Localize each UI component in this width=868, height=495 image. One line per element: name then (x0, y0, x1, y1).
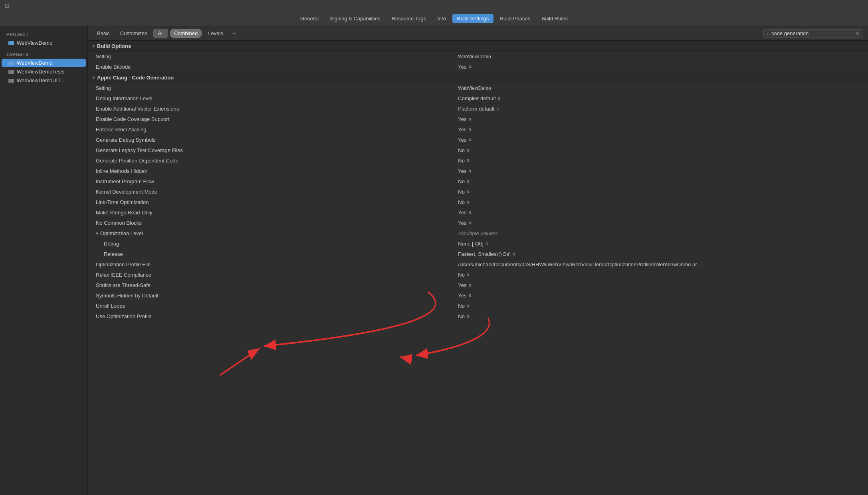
nav-item-build-rules[interactable]: Build Rules (537, 14, 573, 23)
value-stepper[interactable]: ⇅ (468, 138, 472, 142)
value-stepper[interactable]: ⇅ (485, 242, 488, 246)
setting-name: Enable Bitcode (88, 62, 439, 72)
sidebar-target-label-1: WebViewDemoTests (17, 69, 64, 75)
setting-name: Make Strings Read-Only (88, 208, 439, 218)
value-stepper[interactable]: ⇅ (468, 221, 472, 225)
setting-name: No Common Blocks (88, 218, 439, 228)
svg-rect-1 (8, 41, 11, 42)
svg-rect-3 (8, 61, 11, 62)
nav-item-build-phases[interactable]: Build Phases (495, 14, 535, 23)
add-filter-button[interactable]: + (229, 29, 239, 38)
value-stepper[interactable]: ⇅ (468, 65, 472, 69)
all-button[interactable]: All (153, 29, 168, 38)
value-stepper[interactable]: ⇅ (466, 315, 470, 319)
table-row[interactable]: Generate Debug SymbolsYes⇅ (88, 135, 868, 145)
value-stepper[interactable]: ⇅ (512, 252, 515, 256)
table-row[interactable]: Relax IEEE ComplianceNo⇅ (88, 270, 868, 280)
value-stepper[interactable]: ⇅ (466, 304, 470, 308)
table-row[interactable]: Generate Legacy Test Coverage FilesNo⇅ (88, 145, 868, 156)
search-input[interactable] (771, 30, 853, 36)
setting-value: /Users/michael/Documents/iOS/HHWKWebView… (453, 259, 868, 270)
setting-name: Generate Position-Dependent Code (88, 156, 439, 166)
table-row[interactable]: Optimization Profile File/Users/michael/… (88, 259, 868, 270)
table-row[interactable]: Enforce Strict AliasingYes⇅ (88, 125, 868, 135)
value-stepper[interactable]: ⇅ (468, 117, 472, 121)
setting-name: ▾Optimization Level (88, 228, 439, 239)
table-row[interactable]: Symbols Hidden by DefaultYes⇅ (88, 291, 868, 301)
combined-button[interactable]: Combined (170, 29, 202, 38)
value-stepper[interactable]: ⇅ (496, 107, 499, 111)
table-row[interactable]: Instrument Program FlowNo⇅ (88, 176, 868, 187)
setting-name: Enable Additional Vector Extensions (88, 104, 439, 114)
search-clear-button[interactable]: ✕ (855, 30, 860, 37)
customized-button[interactable]: Customized (116, 29, 152, 38)
content: Basic Customized All Combined Levels + ⌕… (88, 26, 868, 495)
value-stepper[interactable]: ⇅ (466, 159, 470, 163)
table-row[interactable]: Enable BitcodeYes⇅ (88, 62, 868, 72)
apple-clang-header[interactable]: ▾ Apple Clang - Code Generation (88, 72, 868, 83)
table-row[interactable]: Kernel Development ModeNo⇅ (88, 187, 868, 197)
svg-rect-5 (8, 70, 11, 71)
setting-name: Generate Debug Symbols (88, 135, 439, 145)
sidebar-item-target-0[interactable]: WebViewDemo (2, 59, 86, 67)
apple-clang-chevron: ▾ (93, 75, 95, 80)
nav-item-general[interactable]: General (295, 14, 323, 23)
value-stepper[interactable]: ⇅ (466, 190, 470, 194)
table-row[interactable]: Debug Information LevelCompiler default⇅ (88, 93, 868, 104)
sidebar: PROJECT WebViewDemo TARGETS WebViewDemoW… (0, 26, 88, 495)
setting-name: Symbols Hidden by Default (88, 291, 439, 301)
table-row[interactable]: Enable Code Coverage SupportYes⇅ (88, 114, 868, 125)
value-stepper[interactable]: ⇅ (468, 211, 472, 215)
nav-item-info[interactable]: Info (432, 14, 451, 23)
value-stepper[interactable]: ⇅ (466, 148, 470, 152)
setting-value: Yes⇅ (453, 208, 868, 218)
basic-button[interactable]: Basic (93, 29, 114, 38)
setting-name: Optimization Profile File (88, 259, 439, 270)
setting-value: <Multiple values> (453, 228, 868, 239)
nav-item-build-settings[interactable]: Build Settings (452, 14, 494, 23)
setting-value: Yes⇅ (453, 166, 868, 176)
nav-item-signing---capabilities[interactable]: Signing & Capabilities (325, 14, 385, 23)
setting-name: Release (88, 249, 439, 259)
table-row[interactable]: Unroll LoopsNo⇅ (88, 301, 868, 311)
setting-value: No⇅ (453, 156, 868, 166)
table-row[interactable]: Statics are Thread-SafeYes⇅ (88, 280, 868, 291)
row-expand-chevron: ▾ (96, 230, 99, 236)
nav-item-resource-tags[interactable]: Resource Tags (387, 14, 431, 23)
settings-area[interactable]: ▾ Build Options Setting WebViewDemo Enab… (88, 41, 868, 495)
table-row[interactable]: Generate Position-Dependent CodeNo⇅ (88, 156, 868, 166)
table-row[interactable]: DebugNone [-O0]⇅ (88, 239, 868, 249)
setting-name: Instrument Program Flow (88, 176, 439, 187)
table-row[interactable]: Make Strings Read-OnlyYes⇅ (88, 208, 868, 218)
table-row[interactable]: Link-Time OptimizationNo⇅ (88, 197, 868, 208)
sidebar-item-project[interactable]: WebViewDemo (2, 39, 86, 47)
sidebar-item-target-2[interactable]: WebViewDemoUIT... (2, 76, 86, 85)
table-row[interactable]: Inline Methods HiddenYes⇅ (88, 166, 868, 176)
value-stepper[interactable]: ⇅ (468, 294, 472, 298)
levels-button[interactable]: Levels (204, 29, 228, 38)
value-stepper[interactable]: ⇅ (468, 283, 472, 287)
table-row[interactable]: No Common BlocksYes⇅ (88, 218, 868, 228)
value-stepper[interactable]: ⇅ (468, 169, 472, 173)
setting-value: Yes⇅ (453, 114, 868, 125)
setting-value: No⇅ (453, 301, 868, 311)
value-stepper[interactable]: ⇅ (466, 200, 470, 204)
table-row[interactable]: Use Optimization ProfileNo⇅ (88, 311, 868, 322)
table-row[interactable]: Enable Additional Vector ExtensionsPlatf… (88, 104, 868, 114)
apple-clang-col-setting: Setting (88, 83, 439, 93)
value-stepper[interactable]: ⇅ (466, 180, 470, 184)
project-section-title: PROJECT (0, 30, 87, 38)
document-icon (8, 40, 14, 46)
setting-name: Statics are Thread-Safe (88, 280, 439, 291)
value-stepper[interactable]: ⇅ (466, 273, 470, 277)
value-stepper[interactable]: ⇅ (497, 97, 501, 101)
sidebar-item-target-1[interactable]: WebViewDemoTests (2, 67, 86, 76)
value-stepper[interactable]: ⇅ (468, 128, 472, 132)
table-row[interactable]: ▾Optimization Level<Multiple values> (88, 228, 868, 239)
setting-name: Debug (88, 239, 439, 249)
main-layout: PROJECT WebViewDemo TARGETS WebViewDemoW… (0, 26, 868, 495)
setting-value: No⇅ (453, 311, 868, 322)
build-options-header[interactable]: ▾ Build Options (88, 41, 868, 52)
table-row[interactable]: ReleaseFastest, Smallest [-Os]⇅ (88, 249, 868, 259)
setting-value: No⇅ (453, 197, 868, 208)
